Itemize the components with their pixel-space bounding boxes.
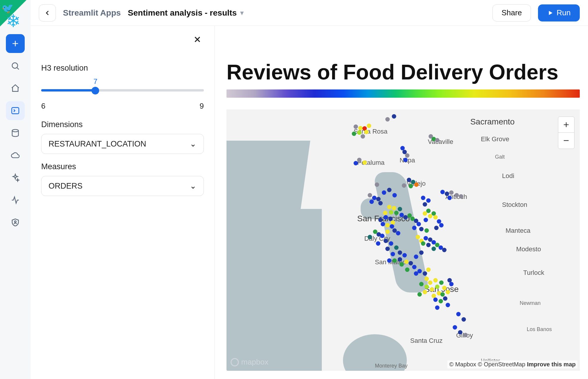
back-button[interactable] [39,4,56,21]
snowflake-icon: ❄ [6,12,21,30]
nav-ai[interactable] [6,168,25,187]
share-button[interactable]: Share [492,4,531,21]
map-data-point [446,303,450,307]
map-city-label: Sacramento [470,117,515,127]
map-data-point [462,317,466,322]
map-data-point [403,215,408,220]
nav-activity[interactable] [6,191,25,210]
dimensions-select[interactable]: RESTAURANT_LOCATION ⌄ [41,134,204,154]
plus-icon [11,39,20,48]
nav-admin[interactable] [6,213,25,232]
breadcrumb-root[interactable]: Streamlit Apps [63,8,121,18]
map-data-point [454,193,459,197]
map-data-point [417,222,421,226]
map-data-point [424,228,429,233]
activity-icon [11,195,20,205]
close-icon [193,35,202,44]
map-data-point [419,250,424,255]
map-data-point [412,226,417,230]
nav-search[interactable] [6,56,25,75]
map-data-point [405,267,409,272]
chevron-down-icon: ⌄ [190,139,196,149]
dimensions-label: Dimensions [41,120,204,129]
map-data-point [435,305,439,310]
map-data-point [416,235,420,239]
shield-user-icon [11,218,20,227]
brand-logo: 🐦 ❄ [0,0,31,31]
h3-resolution-slider[interactable]: 7 [41,77,204,98]
map-city-label: Turlock [523,269,544,277]
map-data-point [380,234,384,238]
chevron-down-icon: ⌄ [190,181,196,191]
main-content: Reviews of Food Delivery Orders Sacramen… [215,26,588,379]
app-title: Sentiment analysis - results [128,8,237,18]
map-data-point [423,271,427,276]
map-data-point [458,330,462,335]
map-data-point [439,223,444,227]
settings-panel: H3 resolution 7 6 9 Dimensions RESTAURAN… [31,26,215,379]
map-data-point [433,215,438,220]
map-data-point [421,241,425,246]
run-button[interactable]: Run [538,4,580,21]
app-title-dropdown[interactable]: Sentiment analysis - results ▾ [128,8,244,18]
map-data-point [449,282,454,286]
map-data-point [403,158,408,162]
map-data-point [456,312,461,316]
nav-streamlit[interactable] [6,101,25,120]
map-city-label: Modesto [516,245,541,253]
map-data-point [440,190,445,194]
map-data-point [414,255,418,259]
zoom-out-button[interactable]: − [558,133,574,149]
map-city-label: Newman [520,300,541,306]
map-data-point [435,138,439,142]
map-data-point [428,280,432,285]
slider-max: 9 [200,102,204,111]
map-city-label: Elk Grove [481,135,509,143]
nav-data[interactable] [6,124,25,142]
map-data-point [409,184,413,188]
map[interactable]: SacramentoElk GroveSanta RosaVacavilleGa… [226,109,580,371]
map-data-point [432,247,436,251]
map-data-point [442,248,447,252]
map-city-label: Manteca [506,227,530,235]
measures-value: ORDERS [49,182,83,191]
cloud-icon [11,151,20,160]
map-data-point [398,257,402,262]
create-button[interactable] [6,34,25,53]
svg-point-3 [14,221,16,222]
map-data-point [409,261,413,265]
map-data-point [426,209,431,213]
map-data-point [463,333,468,337]
map-data-point [426,267,431,272]
dimensions-value: RESTAURANT_LOCATION [49,139,146,149]
slider-current-value: 7 [94,77,97,86]
map-data-point [433,278,438,282]
map-data-point [414,182,419,187]
map-data-point [412,265,417,269]
zoom-in-button[interactable]: + [558,117,574,133]
map-data-point [423,290,427,294]
search-icon [11,61,20,71]
map-data-point [426,198,431,203]
map-data-point [421,196,425,200]
svg-point-0 [12,63,18,68]
mapbox-watermark: mapbox [231,358,269,367]
nav-cloud[interactable] [6,146,25,165]
page-title: Reviews of Food Delivery Orders [226,61,580,84]
nav-home[interactable] [6,79,25,98]
close-panel-button[interactable] [191,33,204,46]
left-nav-rail: 🐦 ❄ [0,0,31,379]
map-city-label: Galt [495,154,505,160]
measures-select[interactable]: ORDERS ⌄ [41,176,204,196]
map-data-point [419,227,424,231]
map-zoom-control: + − [558,117,574,149]
map-data-point [381,222,385,226]
map-data-point [394,245,399,250]
chevron-left-icon [44,9,51,17]
measures-label: Measures [41,162,204,171]
map-data-point [424,277,429,281]
map-data-point [424,285,429,289]
map-data-point [378,201,383,205]
map-data-point [407,178,411,182]
map-data-point [449,190,454,195]
